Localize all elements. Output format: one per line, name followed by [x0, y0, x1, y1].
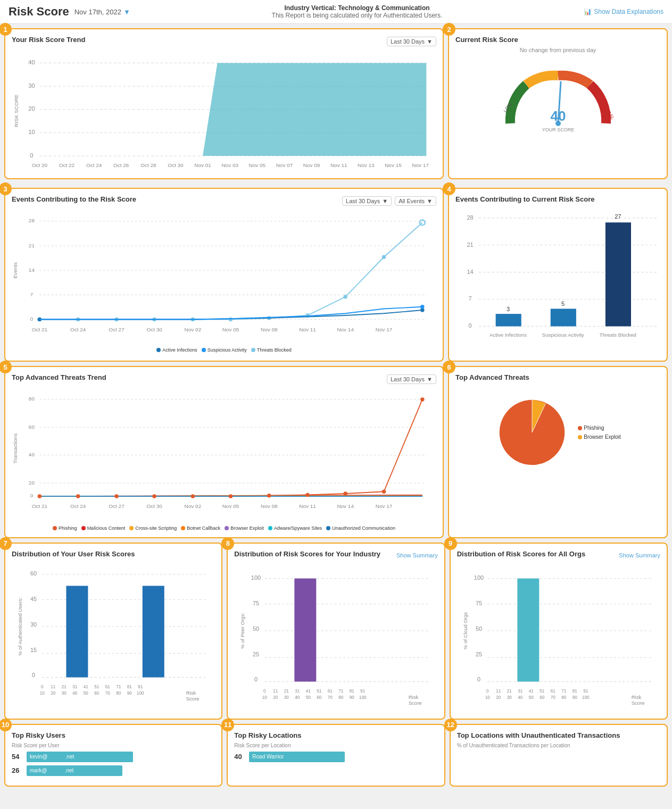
svg-text:Score: Score — [409, 700, 422, 706]
svg-text:80: 80 — [561, 695, 567, 700]
card-all-orgs-risk-dist: 9 Distribution of Risk Scores for All Or… — [450, 543, 668, 720]
card3-dropdown2[interactable]: All Events ▼ — [395, 196, 436, 206]
svg-text:0: 0 — [468, 323, 471, 329]
svg-text:0: 0 — [30, 152, 33, 159]
card1-title: Your Risk Score Trend — [12, 36, 85, 44]
svg-text:91: 91 — [138, 685, 143, 689]
svg-text:75: 75 — [476, 600, 482, 606]
svg-text:10: 10 — [485, 695, 490, 700]
page-header: Risk Score Nov 17th, 2022 ▼ Industry Ver… — [0, 0, 672, 24]
svg-text:91: 91 — [360, 689, 366, 694]
svg-text:31: 31 — [295, 689, 301, 694]
card11-subtitle: Risk Score per Location — [234, 743, 437, 748]
card5-header: Top Advanced Threats Trend Last 30 Days … — [12, 373, 436, 385]
card3-dropdown1[interactable]: Last 30 Days ▼ — [342, 196, 392, 206]
card9-show-summary[interactable]: Show Summary — [619, 552, 660, 558]
svg-text:21: 21 — [62, 685, 67, 689]
svg-text:RISK SCORE: RISK SCORE — [13, 94, 19, 127]
svg-text:70: 70 — [550, 695, 555, 700]
suspicious-activity-dot — [202, 348, 206, 352]
card2-title: Current Risk Score — [455, 36, 660, 44]
header-center: Industry Vertical: Technology & Communic… — [130, 4, 584, 19]
card-top-risky-locations: 11 Top Risky Locations Risk Score per Lo… — [227, 724, 445, 787]
svg-text:3: 3 — [507, 306, 510, 312]
svg-text:0: 0 — [486, 689, 489, 694]
svg-text:81: 81 — [572, 689, 577, 694]
svg-text:Nov 05: Nov 05 — [222, 327, 239, 332]
svg-text:61: 61 — [550, 689, 555, 694]
svg-text:Oct 30: Oct 30 — [168, 162, 184, 168]
page-title: Risk Score — [9, 5, 69, 19]
svg-text:100: 100 — [251, 574, 261, 581]
svg-text:27: 27 — [615, 214, 621, 220]
chevron-down-icon: ▼ — [427, 376, 433, 382]
card8-header: Distribution of Risk Scores for Your Ind… — [234, 550, 437, 561]
svg-text:21: 21 — [29, 243, 35, 248]
svg-text:31: 31 — [72, 685, 78, 689]
row-3: 5 Top Advanced Threats Trend Last 30 Day… — [0, 362, 672, 538]
svg-rect-136 — [143, 586, 164, 677]
svg-text:90: 90 — [127, 691, 132, 696]
svg-text:7: 7 — [468, 296, 471, 302]
svg-text:Nov 14: Nov 14 — [337, 327, 354, 332]
card-number-11: 11 — [221, 719, 234, 731]
row-1: 1 Your Risk Score Trend Last 30 Days ▼ 4… — [0, 24, 672, 184]
card5-dropdown[interactable]: Last 30 Days ▼ — [387, 374, 436, 384]
pie-legend-browser-exploit: Browser Exploit — [578, 434, 620, 440]
svg-text:50: 50 — [528, 695, 534, 700]
svg-rect-82 — [551, 309, 576, 327]
svg-text:Nov 11: Nov 11 — [299, 504, 316, 510]
card3-header: Events Contributing to the Risk Score La… — [12, 195, 436, 206]
card8-show-summary[interactable]: Show Summary — [396, 552, 438, 558]
svg-text:71: 71 — [338, 689, 344, 694]
svg-text:Nov 08: Nov 08 — [261, 504, 278, 510]
svg-text:7: 7 — [30, 291, 34, 297]
svg-text:Nov 07: Nov 07 — [276, 162, 293, 168]
chevron-down-icon: ▼ — [427, 38, 433, 45]
svg-text:81: 81 — [350, 689, 355, 694]
user-row-1: 54 kevin@ .net — [12, 752, 215, 762]
svg-text:60: 60 — [317, 695, 322, 700]
svg-text:Oct 30: Oct 30 — [146, 504, 162, 510]
card-number-10: 10 — [0, 719, 12, 731]
svg-text:11: 11 — [273, 689, 279, 694]
card-current-risk-score: 2 Current Risk Score No change from prev… — [448, 28, 668, 179]
advanced-threats-trend-svg: 80 60 40 20 0 Transactions — [12, 389, 436, 521]
card5-legend: Phishing Malicious Content Cross-site Sc… — [12, 526, 436, 531]
svg-text:Oct 27: Oct 27 — [109, 327, 125, 332]
svg-text:80: 80 — [116, 691, 121, 696]
legend-unauthorized: Unauthorized Communication — [326, 526, 395, 531]
svg-point-56 — [420, 220, 425, 226]
svg-text:90: 90 — [572, 695, 577, 700]
card7-title: Distribution of Your User Risk Scores — [12, 550, 215, 558]
svg-text:Nov 17: Nov 17 — [412, 162, 429, 168]
card-number-9: 9 — [444, 537, 457, 550]
card-number-3: 3 — [0, 182, 12, 195]
svg-text:28: 28 — [29, 218, 35, 224]
svg-text:100: 100 — [359, 695, 367, 700]
risk-score-trend-chart: 40 30 20 10 0 RISK SCORE Oct 20 Oct 22 O… — [12, 51, 436, 172]
svg-rect-84 — [605, 223, 631, 327]
svg-text:50: 50 — [306, 695, 311, 700]
svg-text:Nov 09: Nov 09 — [303, 162, 320, 168]
svg-text:60: 60 — [540, 695, 545, 700]
svg-text:Nov 03: Nov 03 — [221, 162, 238, 168]
svg-text:Transactions: Transactions — [12, 433, 18, 464]
card10-subtitle: Risk Score per User — [12, 743, 215, 748]
svg-text:Score: Score — [186, 696, 200, 702]
svg-text:Oct 22: Oct 22 — [59, 162, 75, 168]
svg-text:31: 31 — [518, 689, 523, 694]
svg-text:41: 41 — [528, 689, 534, 694]
card1-dropdown[interactable]: Last 30 Days ▼ — [387, 37, 436, 46]
chevron-down-icon[interactable]: ▼ — [123, 8, 130, 16]
svg-text:Risk: Risk — [186, 690, 196, 696]
svg-text:50: 50 — [253, 625, 259, 632]
show-data-explanations-button[interactable]: 📊 Show Data Explanations — [584, 8, 663, 15]
legend-browser-exploit: Browser Exploit — [225, 526, 264, 531]
svg-point-55 — [382, 255, 386, 259]
svg-text:60: 60 — [30, 570, 37, 577]
card10-title: Top Risky Users — [12, 731, 215, 739]
svg-text:Nov 14: Nov 14 — [337, 504, 354, 510]
svg-text:0: 0 — [32, 672, 35, 678]
card-top-risky-users: 10 Top Risky Users Risk Score per User 5… — [4, 724, 222, 787]
